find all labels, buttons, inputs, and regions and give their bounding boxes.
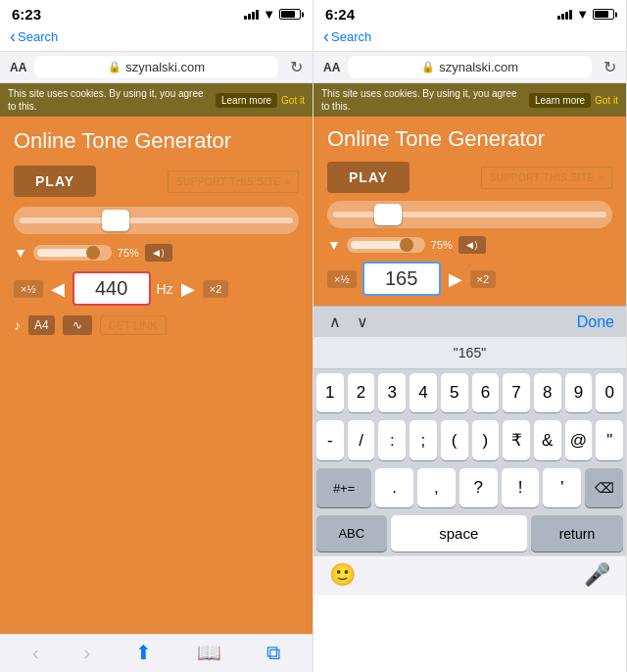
cookie-text-right: This site uses cookies. By using it, you… [321, 87, 525, 113]
kb-key-colon[interactable]: : [378, 420, 406, 460]
kb-key-question[interactable]: ? [459, 468, 498, 507]
kb-key-delete[interactable]: ⌫ [585, 468, 623, 507]
volume-icon-left: ▼ [14, 245, 27, 261]
support-button-right[interactable]: SUPPORT THIS SITE » [481, 167, 612, 189]
kb-key-return[interactable]: return [531, 515, 623, 552]
support-button-left[interactable]: SUPPORT THIS SITE » [168, 170, 299, 193]
wifi-icon-right: ▼ [576, 7, 589, 22]
volume-slider-left[interactable] [33, 245, 112, 261]
speaker-icon-right[interactable]: ◀ ) [458, 236, 486, 254]
kb-key-lparen[interactable]: ( [441, 420, 468, 460]
kb-up-arrow[interactable]: ∧ [325, 312, 345, 331]
half-button-left[interactable]: ×½ [14, 280, 43, 298]
kb-key-abc[interactable]: ABC [316, 515, 387, 552]
wave-button-left[interactable]: ∿ [63, 315, 92, 335]
kb-key-8[interactable]: 8 [534, 373, 561, 412]
kb-key-quote[interactable]: " [596, 420, 623, 460]
learn-more-button-right[interactable]: Learn more [529, 93, 591, 108]
tabs-icon-left[interactable]: ⧉ [266, 642, 280, 664]
kb-key-rparen[interactable]: ) [472, 420, 500, 460]
freq-up-button-right[interactable]: ▶ [447, 268, 464, 290]
lock-icon-right: 🔒 [421, 61, 435, 73]
get-link-button-left[interactable]: GET LINK [100, 315, 167, 335]
kb-key-exclaim[interactable]: ! [502, 468, 540, 507]
note-icon-left: ♪ [14, 317, 21, 333]
got-it-button-right[interactable]: Got it [595, 95, 618, 106]
top-buttons-right: PLAY SUPPORT THIS SITE » [327, 162, 612, 193]
freq-slider-right[interactable] [327, 201, 612, 228]
kb-key-comma[interactable]: , [417, 468, 456, 507]
kb-key-4[interactable]: 4 [410, 373, 437, 412]
search-label-right[interactable]: Search [331, 29, 371, 44]
play-button-right[interactable]: PLAY [327, 162, 410, 193]
kb-key-minus[interactable]: - [316, 420, 344, 460]
kb-done-button[interactable]: Done [577, 313, 614, 331]
volume-slider-right[interactable] [347, 237, 425, 253]
page-title-right: Online Tone Generator [327, 126, 612, 152]
kb-key-apostrophe[interactable]: ' [543, 468, 581, 507]
page-title-left: Online Tone Generator [14, 128, 299, 154]
kb-key-7[interactable]: 7 [503, 373, 530, 412]
kb-key-slash[interactable]: / [348, 420, 375, 460]
mic-icon[interactable]: 🎤 [584, 562, 610, 588]
kb-key-3[interactable]: 3 [378, 373, 406, 412]
kb-key-amp[interactable]: & [534, 420, 561, 460]
bookmarks-icon-left[interactable]: 📖 [197, 641, 221, 664]
double-button-right[interactable]: ×2 [470, 270, 497, 288]
note-select-left[interactable]: A4 [28, 315, 55, 335]
address-field-left[interactable]: 🔒 szynalski.com [34, 56, 278, 78]
refresh-icon-right[interactable]: ↻ [603, 58, 616, 76]
kb-key-dot[interactable]: . [375, 468, 413, 507]
kb-key-0[interactable]: 0 [596, 373, 623, 412]
freq-slider-thumb-left [102, 210, 129, 231]
address-field-right[interactable]: 🔒 szynalski.com [348, 56, 592, 78]
kb-key-1[interactable]: 1 [316, 373, 344, 412]
aa-text-right[interactable]: AA [323, 61, 340, 74]
kb-key-at[interactable]: @ [565, 420, 593, 460]
status-bar-left: 6:23 ▼ [0, 0, 313, 24]
kb-key-2[interactable]: 2 [348, 373, 375, 412]
cookie-banner-right: This site uses cookies. By using it, you… [314, 83, 626, 117]
freq-display-right[interactable]: 165 [362, 262, 441, 296]
freq-up-button-left[interactable]: ▶ [179, 278, 197, 300]
freq-down-button-left[interactable]: ◀ [49, 278, 67, 300]
keyboard-area: 1 2 3 4 5 6 7 8 9 0 - / : ; ( ) ₹ & @ " … [314, 369, 626, 555]
freq-slider-track-right [333, 212, 606, 217]
learn-more-button-left[interactable]: Learn more [216, 93, 277, 108]
play-button-left[interactable]: PLAY [14, 166, 96, 197]
kb-arrows: ∧ ∨ [325, 312, 372, 331]
emoji-icon[interactable]: 🙂 [329, 562, 356, 588]
kb-suggestion-text: "165" [454, 345, 486, 360]
kb-key-6[interactable]: 6 [472, 373, 500, 412]
freq-display-left[interactable]: 440 [72, 271, 151, 306]
back-arrow-left[interactable]: ‹ [10, 26, 16, 47]
kb-key-space[interactable]: space [391, 515, 527, 552]
double-button-left[interactable]: ×2 [203, 280, 229, 298]
back-nav-icon-left[interactable]: ‹ [32, 642, 39, 664]
search-label-left[interactable]: Search [18, 29, 58, 44]
kb-key-9[interactable]: 9 [565, 373, 593, 412]
forward-nav-icon-left[interactable]: › [84, 642, 91, 664]
page-content-left: Online Tone Generator PLAY SUPPORT THIS … [0, 117, 313, 634]
share-icon-left[interactable]: ⬆ [135, 641, 152, 664]
freq-control-row-left: ×½ ◀ 440 Hz ▶ ×2 [14, 271, 299, 306]
domain-right: szynalski.com [439, 60, 518, 74]
address-bar-left: AA 🔒 szynalski.com ↻ [0, 51, 313, 83]
kb-key-5[interactable]: 5 [441, 373, 468, 412]
kb-down-arrow[interactable]: ∨ [353, 312, 372, 331]
kb-key-semicolon[interactable]: ; [410, 420, 437, 460]
wifi-icon-left: ▼ [263, 7, 275, 22]
got-it-button-left[interactable]: Got it [281, 95, 305, 106]
aa-text-left[interactable]: AA [10, 61, 26, 74]
back-arrow-right[interactable]: ‹ [323, 26, 329, 47]
kb-suggestion-bar[interactable]: "165" [314, 337, 626, 369]
refresh-icon-left[interactable]: ↻ [290, 58, 303, 76]
kb-key-rupee[interactable]: ₹ [503, 420, 530, 460]
cookie-banner-left: This site uses cookies. By using it, you… [0, 83, 313, 117]
kb-key-hashplus[interactable]: #+= [316, 468, 371, 507]
speaker-icon-left[interactable]: ◀ ) [145, 244, 172, 262]
freq-slider-left[interactable] [14, 207, 299, 234]
kb-row-special: #+= . , ? ! ' ⌫ [314, 464, 626, 511]
half-button-right[interactable]: ×½ [327, 270, 357, 288]
battery-icon-right [593, 9, 614, 20]
